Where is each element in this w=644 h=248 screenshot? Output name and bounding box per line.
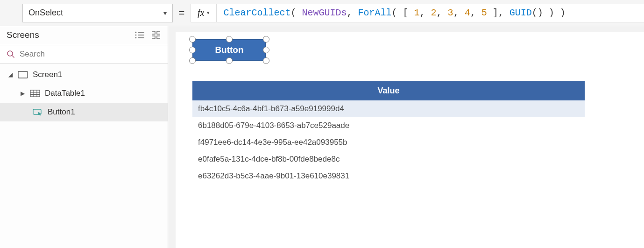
fx-icon: fx bbox=[198, 7, 204, 18]
tree-view-panel: Screens bbox=[0, 26, 168, 248]
tree-item-label: Button1 bbox=[48, 107, 75, 117]
screens-header: Screens bbox=[0, 26, 168, 43]
canvas-datatable[interactable]: Value fb4c10c5-4c6a-4bf1-b673-a59e919999… bbox=[192, 81, 585, 184]
formula-token: ], bbox=[487, 7, 510, 18]
list-view-icon[interactable] bbox=[135, 31, 144, 39]
svg-rect-7 bbox=[157, 31, 160, 34]
tree-item-screen1[interactable]: ◢ Screen1 bbox=[0, 65, 168, 84]
formula-token: 1 bbox=[414, 7, 420, 18]
search-input[interactable] bbox=[20, 50, 161, 59]
svg-line-11 bbox=[12, 56, 14, 58]
svg-point-10 bbox=[7, 51, 13, 56]
equals-label: = bbox=[173, 7, 191, 19]
table-row[interactable]: 6b188d05-679e-4103-8653-ab7ce529aade bbox=[192, 117, 585, 134]
screen-icon bbox=[18, 71, 28, 78]
svg-rect-13 bbox=[30, 90, 40, 97]
grid-view-icon[interactable] bbox=[152, 31, 160, 39]
search-icon bbox=[7, 50, 15, 58]
formula-bar: OnSelect ▾ = fx ▾ ClearCollect( NewGUIDs… bbox=[0, 0, 644, 26]
svg-point-3 bbox=[135, 32, 137, 33]
chevron-down-icon: ▾ bbox=[163, 9, 167, 17]
tree-item-label: DataTable1 bbox=[45, 89, 85, 98]
resize-handle[interactable] bbox=[226, 36, 233, 43]
svg-rect-8 bbox=[152, 36, 155, 39]
formula-token: , bbox=[470, 7, 481, 18]
collapse-icon[interactable]: ◢ bbox=[8, 71, 13, 78]
resize-handle[interactable] bbox=[263, 57, 269, 64]
formula-token: 3 bbox=[448, 7, 453, 18]
resize-handle[interactable] bbox=[189, 36, 196, 43]
table-row[interactable]: fb4c10c5-4c6a-4bf1-b673-a59e919999d4 bbox=[192, 100, 585, 117]
resize-handle[interactable] bbox=[189, 47, 196, 53]
property-dropdown-label: OnSelect bbox=[28, 8, 63, 18]
property-dropdown[interactable]: OnSelect ▾ bbox=[22, 4, 173, 22]
formula-token: 5 bbox=[481, 7, 487, 18]
canvas-button-label: Button bbox=[215, 45, 243, 55]
formula-token: ClearCollect bbox=[223, 7, 290, 18]
tree-item-button1[interactable]: Button1 bbox=[0, 103, 168, 121]
formula-token: NewGUIDs bbox=[302, 7, 347, 18]
formula-token: , bbox=[420, 7, 431, 18]
chevron-down-icon: ▾ bbox=[207, 10, 210, 16]
resize-handle[interactable] bbox=[263, 36, 269, 43]
resize-handle[interactable] bbox=[226, 57, 233, 64]
table-row[interactable]: f4971ee6-dc14-4e3e-995a-ee42a093955b bbox=[192, 134, 585, 151]
formula-token: 4 bbox=[465, 7, 470, 18]
resize-handle[interactable] bbox=[189, 57, 196, 64]
formula-token: , bbox=[437, 7, 448, 18]
table-row[interactable]: e63262d3-b5c3-4aae-9b01-13e610e39831 bbox=[192, 168, 585, 184]
button-icon bbox=[33, 108, 43, 116]
datatable-header[interactable]: Value bbox=[192, 81, 585, 100]
resize-handle[interactable] bbox=[263, 47, 269, 53]
formula-token: () ) ) bbox=[532, 7, 566, 18]
formula-token: , bbox=[347, 7, 358, 18]
svg-point-5 bbox=[135, 37, 137, 39]
tree-item-datatable1[interactable]: ▶ DataTable1 bbox=[0, 84, 168, 103]
canvas[interactable]: Button Value fb4c10c5-4c6a-4bf1-b673-a59… bbox=[168, 26, 644, 248]
svg-rect-12 bbox=[18, 71, 28, 78]
formula-token: ( [ bbox=[392, 7, 414, 18]
selection-box[interactable]: Button bbox=[192, 39, 266, 61]
svg-rect-9 bbox=[157, 36, 160, 39]
search-box[interactable] bbox=[0, 45, 168, 64]
formula-token: ForAll bbox=[358, 7, 392, 18]
formula-token: , bbox=[453, 7, 465, 18]
table-row[interactable]: e0fafe5a-131c-4dce-bf8b-00fde8bede8c bbox=[192, 151, 585, 168]
formula-token: GUID bbox=[510, 7, 532, 18]
tree-item-label: Screen1 bbox=[33, 70, 62, 79]
screen-surface[interactable]: Button Value fb4c10c5-4c6a-4bf1-b673-a59… bbox=[176, 32, 644, 248]
tree-view: ◢ Screen1 ▶ DataTable1 bbox=[0, 64, 168, 121]
formula-token: ( bbox=[290, 7, 302, 18]
fx-expand-button[interactable]: fx ▾ bbox=[191, 4, 217, 22]
svg-point-4 bbox=[135, 35, 137, 36]
svg-rect-6 bbox=[152, 31, 155, 34]
datatable-icon bbox=[30, 90, 40, 97]
expand-icon[interactable]: ▶ bbox=[21, 90, 25, 97]
screens-title: Screens bbox=[7, 30, 39, 40]
formula-input[interactable]: ClearCollect( NewGUIDs, ForAll( [ 1, 2, … bbox=[217, 4, 644, 22]
formula-token: 2 bbox=[431, 7, 437, 18]
